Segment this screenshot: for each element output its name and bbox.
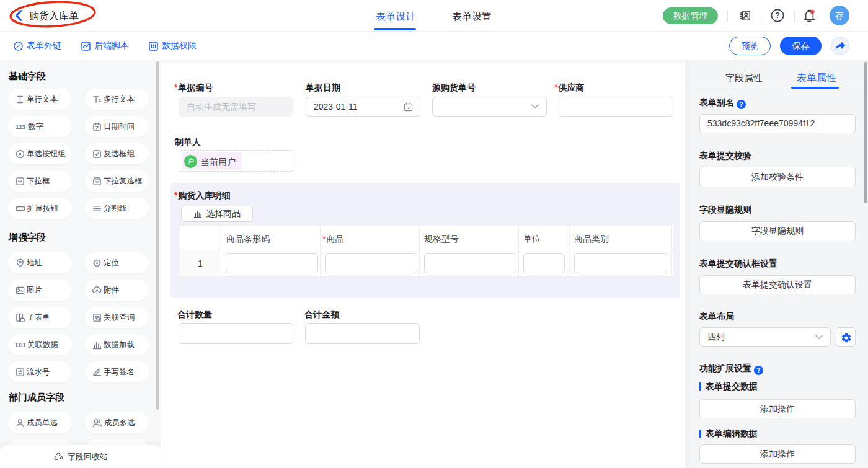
svg-text:?: ?	[775, 11, 780, 20]
svg-text:123: 123	[16, 123, 25, 130]
